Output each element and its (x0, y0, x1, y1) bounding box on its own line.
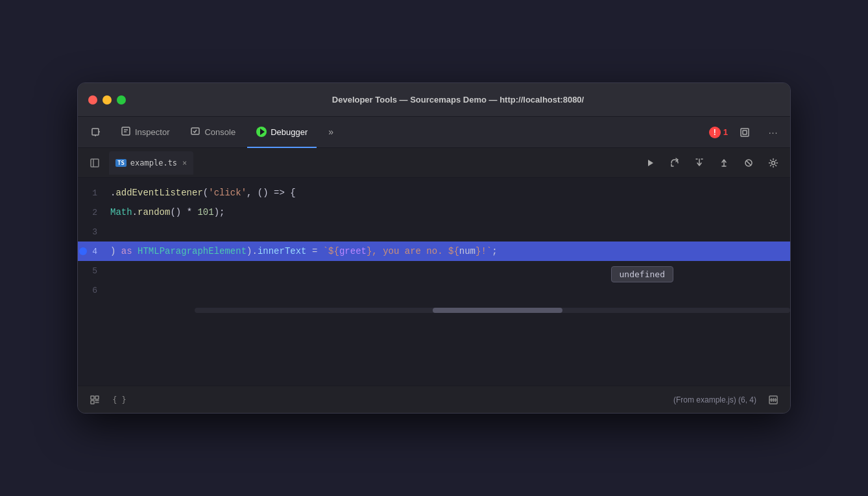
code-line-4: 4 ) as HTMLParagraphElement).innerText =… (78, 242, 790, 261)
breakpoint-marker (79, 247, 87, 255)
close-button[interactable] (88, 95, 97, 105)
console-icon (190, 126, 200, 136)
svg-rect-5 (91, 159, 99, 167)
maximize-button[interactable] (117, 95, 126, 105)
svg-point-8 (772, 161, 775, 164)
line-number-3: 3 (78, 227, 105, 237)
panel-toggle-icon (90, 158, 100, 168)
tooltip-undefined: undefined (611, 266, 673, 282)
step-into-button[interactable] (688, 151, 711, 175)
error-badge[interactable]: ! 1 (709, 127, 728, 138)
devtools-window: Developer Tools — Sourcemaps Demo — http… (77, 82, 791, 414)
code-line-6: 6 (78, 280, 790, 300)
minimize-button[interactable] (102, 95, 112, 105)
error-count-icon: ! (709, 127, 721, 138)
line-number-5: 5 (78, 266, 105, 276)
console-tab-icon (190, 126, 200, 138)
scrollbar-thumb[interactable] (433, 308, 562, 313)
tooltip-content: undefined (620, 269, 665, 279)
overflow-menu-button[interactable]: ··· (762, 121, 785, 144)
traffic-lights (88, 95, 126, 105)
ts-badge: TS (115, 159, 127, 167)
step-out-icon (719, 158, 729, 168)
error-icon-symbol: ! (714, 128, 716, 137)
disable-bp-icon (743, 158, 754, 168)
tabbar-right-actions: ! 1 ··· (709, 117, 785, 147)
format-json-button[interactable]: { } (110, 391, 128, 409)
picker-icon (91, 127, 101, 138)
tab-debugger[interactable]: Debugger (247, 117, 317, 148)
element-picker-button[interactable] (83, 119, 109, 145)
file-tab-close-button[interactable]: × (182, 158, 187, 167)
tab-inspector-label: Inspector (135, 127, 169, 137)
svg-rect-4 (743, 130, 747, 134)
svg-marker-6 (648, 160, 653, 166)
code-line-1: 1 .addEventListener('click', () => { (78, 183, 790, 203)
svg-rect-10 (95, 396, 99, 399)
debugger-tab-icon (256, 127, 267, 137)
file-tab-name: example.ts (130, 158, 177, 167)
inspector-icon (121, 126, 131, 136)
file-tab-example-ts[interactable]: TS example.ts × (109, 151, 193, 175)
debugger-controls (638, 151, 785, 175)
overflow-icon: ··· (769, 127, 778, 138)
scrollbar-track (195, 308, 790, 313)
pretty-print-button[interactable] (86, 391, 104, 409)
window-title: Developer Tools — Sourcemaps Demo — http… (136, 95, 780, 105)
debugger-toolbar: TS example.ts × (78, 148, 790, 178)
map-icon (768, 395, 778, 405)
settings-button[interactable] (762, 151, 785, 175)
svg-rect-9 (91, 396, 94, 399)
step-over-button[interactable] (663, 151, 686, 175)
format-icon: { } (112, 395, 127, 404)
horizontal-scrollbar[interactable] (78, 305, 790, 316)
line-content-1: .addEventListener('click', () => { (105, 188, 296, 198)
statusbar-left: { } (86, 391, 128, 409)
line-content-4: ) as HTMLParagraphElement).innerText = `… (105, 246, 498, 256)
code-line-5: 5 (78, 261, 790, 280)
code-line-3: 3 undefined (78, 222, 790, 242)
settings-icon (768, 158, 778, 168)
error-count: 1 (723, 127, 728, 137)
tab-console-label: Console (204, 127, 235, 137)
more-tabs-icon: » (328, 127, 333, 137)
position-label: (From example.js) (6, 4) (673, 395, 756, 404)
svg-rect-11 (91, 401, 94, 404)
sources-panel-toggle[interactable] (83, 151, 106, 175)
dock-icon (740, 127, 750, 138)
svg-rect-1 (122, 127, 130, 135)
resume-button[interactable] (638, 151, 662, 175)
svg-rect-0 (92, 129, 99, 135)
line-number-2: 2 (78, 208, 105, 217)
titlebar: Developer Tools — Sourcemaps Demo — http… (78, 83, 790, 117)
step-into-icon (694, 158, 705, 168)
disable-breakpoints-button[interactable] (737, 151, 760, 175)
step-out-button[interactable] (712, 151, 736, 175)
dock-button[interactable] (733, 121, 756, 144)
line-content-2: Math.random() * 101); (105, 207, 224, 217)
resume-icon (645, 158, 655, 168)
step-over-icon (669, 158, 680, 168)
tabbar: Inspector Console Debugger » (78, 117, 790, 148)
tab-spacer (345, 117, 706, 147)
pretty-print-icon (90, 395, 100, 405)
tab-inspector[interactable]: Inspector (112, 117, 178, 148)
statusbar: { } (From example.js) (6, 4) (78, 386, 790, 413)
inspector-tab-icon (121, 126, 131, 138)
line-number-1: 1 (78, 188, 105, 198)
jump-to-line-button[interactable] (764, 391, 782, 409)
statusbar-right: (From example.js) (6, 4) (673, 391, 782, 409)
line-number-6: 6 (78, 286, 105, 295)
svg-rect-3 (741, 129, 749, 136)
code-line-2: 2 Math.random() * 101); (78, 203, 790, 222)
tab-console[interactable]: Console (181, 117, 245, 148)
code-editor[interactable]: 1 .addEventListener('click', () => { 2 M… (78, 178, 790, 386)
code-lines: 1 .addEventListener('click', () => { 2 M… (78, 178, 790, 305)
tab-debugger-label: Debugger (271, 127, 307, 137)
tab-more[interactable]: » (319, 117, 343, 148)
